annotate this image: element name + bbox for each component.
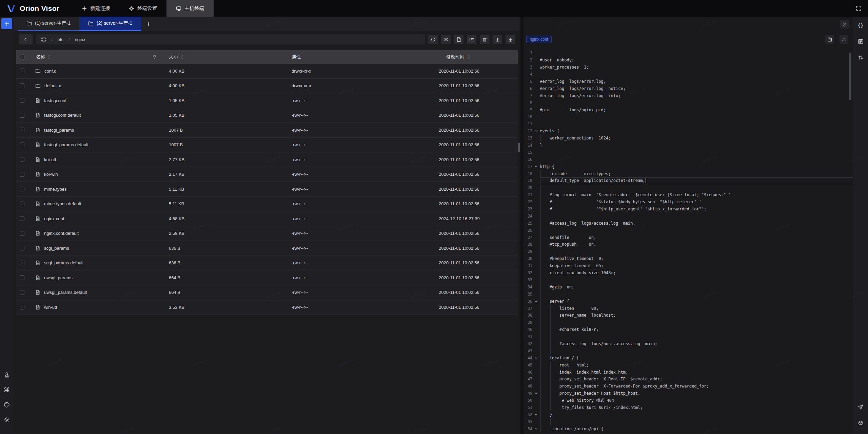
- code-line[interactable]: 32 client_max_body_size 1048m;: [524, 269, 853, 277]
- column-label[interactable]: 名称: [36, 54, 45, 60]
- code-line-text[interactable]: # '"$http_user_agent" "$http_x_forwarded…: [540, 206, 853, 213]
- code-line[interactable]: 25 #access_log logs/access.log main;: [524, 220, 853, 227]
- code-line[interactable]: 35: [524, 290, 853, 298]
- code-line[interactable]: 39: [524, 319, 853, 326]
- code-line-text[interactable]: location / {: [540, 354, 853, 361]
- row-checkbox[interactable]: [20, 261, 24, 265]
- select-all-checkbox[interactable]: [20, 55, 24, 59]
- code-line[interactable]: 51 try_files $uri $uri/ /index.html;: [524, 404, 853, 411]
- table-row[interactable]: mime.types5.11 KB-rw-r--r--2020-11-01 10…: [16, 182, 518, 197]
- table-row[interactable]: fastcgi.conf.default1.05 KB-rw-r--r--202…: [16, 108, 518, 123]
- code-line-text[interactable]: #gzip on;: [540, 283, 853, 290]
- row-checkbox[interactable]: [20, 172, 24, 177]
- file-list-scrollbar[interactable]: [518, 143, 520, 152]
- fold-chevron-icon[interactable]: [532, 300, 540, 303]
- code-line[interactable]: 14}: [524, 142, 853, 149]
- new-file-button[interactable]: [454, 35, 463, 44]
- close-editor-button[interactable]: [840, 35, 848, 44]
- code-line-text[interactable]: worker_processes 1;: [540, 64, 853, 71]
- send-icon[interactable]: [856, 402, 865, 412]
- code-line[interactable]: 28 #tcp_nopush on;: [524, 241, 853, 248]
- code-line[interactable]: 20: [524, 184, 853, 191]
- code-line[interactable]: 36 server {: [524, 298, 853, 305]
- row-checkbox[interactable]: [20, 157, 24, 162]
- code-line-text[interactable]: [540, 347, 853, 354]
- menu-item-terminal-settings[interactable]: 终端设置: [119, 0, 166, 17]
- code-line-text[interactable]: listen 80;: [540, 305, 853, 312]
- path-breadcrumb[interactable]: / etc / nginx: [36, 34, 425, 44]
- filter-icon[interactable]: [152, 55, 157, 59]
- code-line-text[interactable]: [540, 227, 853, 234]
- fold-chevron-icon[interactable]: [532, 392, 540, 395]
- code-line-text[interactable]: [540, 50, 853, 57]
- row-checkbox[interactable]: [20, 275, 24, 280]
- code-line-text[interactable]: #tcp_nopush on;: [540, 241, 853, 248]
- table-row[interactable]: conf.d4.00 KBdrwxr-xr-x2020-11-01 10:02:…: [16, 64, 518, 79]
- menu-item-host-terminal[interactable]: 主机终端: [166, 0, 214, 17]
- code-line[interactable]: 45 root html;: [524, 361, 853, 369]
- fold-chevron-icon[interactable]: [532, 357, 540, 359]
- code-line-text[interactable]: client_max_body_size 1048m;: [540, 269, 853, 277]
- table-row[interactable]: nginx.conf.default2.59 KB-rw-r--r--2020-…: [16, 226, 518, 241]
- table-row[interactable]: nginx.conf4.68 KB-rw-r--r--2024-12-10 16…: [16, 211, 518, 226]
- code-line-text[interactable]: [540, 113, 853, 120]
- sort-icon[interactable]: [48, 55, 51, 59]
- code-line-text[interactable]: http {: [540, 163, 853, 170]
- swap-icon[interactable]: [856, 53, 865, 62]
- code-line[interactable]: 42 #access_log logs/host.access.log main…: [524, 340, 853, 347]
- code-line-text[interactable]: try_files $uri $uri/ /index.html;: [540, 404, 853, 411]
- code-line[interactable]: 44 location / {: [524, 354, 853, 361]
- code-line[interactable]: 52 }: [524, 411, 853, 418]
- code-line[interactable]: 10: [524, 113, 853, 120]
- code-line[interactable]: 17http {: [524, 163, 853, 170]
- code-line[interactable]: 37 listen 80;: [524, 305, 853, 312]
- snippet-icon[interactable]: [856, 37, 865, 46]
- code-line[interactable]: 41: [524, 333, 853, 340]
- panel-resize-handle[interactable]: [520, 17, 524, 434]
- code-line[interactable]: 5#error_log logs/error.log;: [524, 78, 853, 85]
- table-row[interactable]: koi-utf2.77 KB-rw-r--r--2020-11-01 10:02…: [16, 152, 518, 167]
- code-line[interactable]: 12events {: [524, 128, 853, 135]
- table-row[interactable]: fastcgi_params1007 B-rw-r--r--2020-11-01…: [16, 123, 518, 138]
- code-line-text[interactable]: #keepalive_timeout 0;: [540, 255, 853, 262]
- save-file-button[interactable]: [825, 35, 834, 44]
- code-line[interactable]: 47 proxy_set_header X-Real-IP $remote_ad…: [524, 376, 853, 383]
- code-line[interactable]: 15: [524, 149, 853, 156]
- code-line[interactable]: 11: [524, 120, 853, 128]
- code-line[interactable]: 13 worker_connections 1024;: [524, 135, 853, 142]
- code-line[interactable]: 33: [524, 277, 853, 284]
- code-line[interactable]: 3worker_processes 1;: [524, 64, 853, 71]
- code-line-text[interactable]: proxy_set_header X-Real-IP $remote_addr;: [540, 376, 853, 383]
- code-line-text[interactable]: [540, 418, 853, 425]
- code-line-text[interactable]: [540, 99, 853, 106]
- table-row[interactable]: fastcgi_params.default1007 B-rw-r--r--20…: [16, 138, 518, 153]
- code-line[interactable]: 23 # '"$http_user_agent" "$http_x_forwar…: [524, 206, 853, 213]
- table-row[interactable]: fastcgi.conf1.05 KB-rw-r--r--2020-11-01 …: [16, 93, 518, 108]
- code-line[interactable]: 49 proxy_set_header Host $http_host;: [524, 390, 853, 397]
- code-line[interactable]: 43: [524, 347, 853, 354]
- code-line-text[interactable]: #access_log logs/access.log main;: [540, 220, 853, 227]
- code-line-text[interactable]: root html;: [540, 361, 853, 369]
- code-line-text[interactable]: #error_log logs/error.log;: [540, 78, 853, 85]
- code-line[interactable]: 48 proxy_set_header X-Forwarded-For $pro…: [524, 383, 853, 390]
- code-line-text[interactable]: [540, 156, 853, 163]
- code-line-text[interactable]: #error_log logs/error.log info;: [540, 92, 853, 99]
- code-line-text[interactable]: [540, 212, 853, 220]
- code-line[interactable]: 7#error_log logs/error.log info;: [524, 92, 853, 99]
- code-line[interactable]: 38 server_name localhost;: [524, 312, 853, 319]
- code-line-text[interactable]: [540, 149, 853, 156]
- fold-chevron-icon[interactable]: [532, 165, 540, 168]
- braces-icon[interactable]: {}: [856, 21, 865, 30]
- code-line-text[interactable]: #error_log logs/error.log notice;: [540, 85, 853, 92]
- code-line[interactable]: 6#error_log logs/error.log notice;: [524, 85, 853, 92]
- code-line-text[interactable]: sendfile on;: [540, 234, 853, 241]
- code-line[interactable]: 29: [524, 248, 853, 255]
- table-row[interactable]: scgi_params.default636 B-rw-r--r--2020-1…: [16, 256, 518, 271]
- code-line-text[interactable]: worker_connections 1024;: [540, 135, 853, 142]
- fold-chevron-icon[interactable]: [532, 413, 540, 416]
- code-line[interactable]: 40 #charset koi8-r;: [524, 326, 853, 333]
- code-line-text[interactable]: }: [540, 411, 853, 418]
- code-line-text[interactable]: [540, 277, 853, 284]
- code-line[interactable]: 4: [524, 71, 853, 78]
- code-line-text[interactable]: server_name localhost;: [540, 312, 853, 319]
